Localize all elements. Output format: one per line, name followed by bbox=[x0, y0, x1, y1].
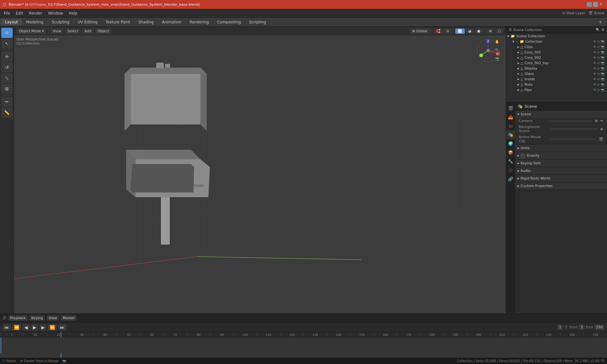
tab-modeling[interactable]: Modeling bbox=[22, 19, 47, 25]
prev-keyframe-button[interactable]: ⏪ bbox=[12, 324, 21, 331]
physics-props-tab[interactable]: 🔗 bbox=[506, 174, 515, 183]
outliner-item-corp002[interactable]: ▸ △ Corp_002 👁⊙📷 bbox=[506, 55, 607, 60]
rigid-body-header[interactable]: ▸ Rigid Body World bbox=[515, 175, 607, 182]
outliner-item-nuts[interactable]: ▸ △ Nuts 👁⊙📷 bbox=[506, 82, 607, 87]
audio-header[interactable]: ▸ Audio bbox=[515, 167, 607, 174]
outliner-item-corp001[interactable]: ▸ △ Corp_001 👁⊙📷 bbox=[506, 50, 607, 55]
timeline-track[interactable]: 1 10 20 30 40 50 60 70 80 90 100 110 120… bbox=[0, 332, 607, 358]
window-controls[interactable]: ─ □ ✕ bbox=[587, 2, 604, 7]
outliner-item-inside[interactable]: ▸ △ Inside 👁⊙📷 bbox=[506, 76, 607, 82]
outliner-item-corp002top[interactable]: ▸ △ Corp_002_top 👁⊙📷 bbox=[506, 60, 607, 66]
viewport-add-menu[interactable]: Add bbox=[82, 28, 94, 34]
viewport-shading-solid[interactable]: ⬜ bbox=[455, 28, 465, 34]
eye-display[interactable]: 👁 bbox=[593, 67, 596, 70]
eye-corp002top[interactable]: 👁 bbox=[593, 61, 596, 65]
render-clips[interactable]: 📷 bbox=[601, 45, 604, 49]
restrict-pipe[interactable]: ⊙ bbox=[597, 88, 600, 92]
cursor-tool-button[interactable]: ✛ bbox=[1, 28, 13, 38]
scale-tool-button[interactable]: ⤡ bbox=[1, 73, 13, 83]
outliner-item-clips[interactable]: ▸ △ Clips 👁⊙📷 bbox=[506, 44, 607, 50]
restrict-nuts[interactable]: ⊙ bbox=[597, 83, 600, 86]
gravity-checkbox[interactable] bbox=[521, 154, 524, 158]
eye-inside[interactable]: 👁 bbox=[593, 77, 596, 81]
keying-sets-header[interactable]: ▸ Keying Sets bbox=[515, 160, 607, 167]
viewport-object-menu[interactable]: Object bbox=[95, 28, 112, 34]
eye-corp001[interactable]: 👁 bbox=[593, 51, 596, 54]
viewport-select-menu[interactable]: Select bbox=[65, 28, 81, 34]
viewport-shading-material[interactable]: ◕ bbox=[466, 28, 474, 34]
restrict-display[interactable]: ⊙ bbox=[597, 67, 600, 70]
play-button[interactable]: ▶ bbox=[31, 324, 38, 331]
particles-props-tab[interactable]: ⬡ bbox=[506, 166, 515, 174]
outliner-search-icon[interactable]: 🔍 bbox=[596, 28, 600, 32]
outliner-item-scene-collection[interactable]: ▾ 📁 Scene Collection bbox=[506, 33, 607, 39]
navigation-gizmo[interactable]: X Y Z bbox=[475, 38, 501, 63]
keyframe-area[interactable] bbox=[0, 337, 607, 353]
render-corp002[interactable]: 📷 bbox=[601, 56, 604, 59]
viewport-overlay-toggle[interactable]: ⊕ bbox=[486, 28, 494, 34]
collection-checkbox[interactable]: ✓ bbox=[516, 39, 518, 44]
restrict-corp002top[interactable]: ⊙ bbox=[597, 61, 600, 65]
keying-menu[interactable]: Keying bbox=[29, 315, 45, 321]
world-props-tab[interactable]: 🌍 bbox=[506, 139, 515, 148]
restrict-icon-collection[interactable]: ⊙ bbox=[597, 40, 600, 43]
tab-uv-editing[interactable]: UV Editing bbox=[74, 19, 101, 25]
tab-animation[interactable]: Animation bbox=[158, 19, 185, 25]
annotate-tool-button[interactable]: ✏ bbox=[1, 97, 13, 107]
measure-tool-button[interactable]: 📏 bbox=[1, 107, 13, 118]
marker-menu[interactable]: Marker bbox=[61, 315, 77, 321]
gravity-section-header[interactable]: ▸ Gravity bbox=[515, 152, 607, 159]
render-corp002top[interactable]: 📷 bbox=[601, 61, 604, 65]
end-frame-input[interactable]: 250 bbox=[594, 325, 604, 330]
background-scene-value[interactable] bbox=[550, 128, 598, 130]
camera-value[interactable] bbox=[548, 120, 592, 122]
maximize-button[interactable]: □ bbox=[593, 2, 598, 7]
render-display[interactable]: 📷 bbox=[601, 67, 604, 70]
rotate-tool-button[interactable]: ↺ bbox=[1, 62, 13, 72]
current-frame-input[interactable]: 1 bbox=[557, 325, 563, 330]
modifier-props-tab[interactable]: 🔧 bbox=[506, 157, 515, 166]
menu-help[interactable]: Help bbox=[66, 10, 80, 16]
background-scene-picker[interactable]: ⊕ bbox=[600, 127, 603, 131]
outliner-item-pipe[interactable]: ▸ △ Pipe 👁⊙📷 bbox=[506, 87, 607, 93]
menu-edit[interactable]: Edit bbox=[13, 10, 26, 16]
active-movie-clip-picker[interactable]: 🎬 bbox=[599, 137, 603, 141]
eye-pipe[interactable]: 👁 bbox=[593, 88, 596, 92]
eye-clips[interactable]: 👁 bbox=[593, 45, 596, 49]
tab-compositing[interactable]: Compositing bbox=[213, 19, 245, 25]
restrict-corp001[interactable]: ⊙ bbox=[597, 51, 600, 54]
restrict-corp002[interactable]: ⊙ bbox=[597, 56, 600, 59]
render-corp001[interactable]: 📷 bbox=[601, 51, 604, 54]
scene-props-tab[interactable]: 🎭 bbox=[506, 130, 515, 139]
output-props-tab[interactable]: 📤 bbox=[506, 112, 515, 121]
xray-toggle[interactable]: ⬡ bbox=[495, 28, 503, 34]
viewport-view-menu[interactable]: View bbox=[50, 28, 64, 34]
view-layer-props-tab[interactable]: 🗂 bbox=[506, 121, 515, 130]
menu-render[interactable]: Render bbox=[26, 10, 45, 16]
render-glass[interactable]: 📷 bbox=[601, 72, 604, 76]
outliner-item-collection[interactable]: ▾ ✓ 📁 Collection 👁 ⊙ 📷 bbox=[506, 39, 607, 44]
object-mode-dropdown[interactable]: Object Mode ▾ bbox=[16, 28, 46, 34]
camera-edit-icon[interactable]: ✏ bbox=[600, 119, 603, 123]
tab-layout[interactable]: Layout bbox=[1, 19, 22, 25]
snap-button[interactable]: 🧲 bbox=[433, 28, 443, 34]
camera-picker-icon[interactable]: ⊕ bbox=[595, 119, 598, 123]
minimize-button[interactable]: ─ bbox=[587, 2, 592, 7]
next-frame-button[interactable]: ▶ bbox=[40, 324, 47, 331]
units-section-header[interactable]: ▸ Units bbox=[515, 144, 607, 152]
render-props-tab[interactable]: 🎬 bbox=[506, 104, 515, 112]
proportional-edit[interactable]: ⊙ bbox=[444, 28, 452, 34]
tab-scripting[interactable]: Scripting bbox=[245, 19, 270, 25]
render-pipe[interactable]: 📷 bbox=[601, 88, 604, 92]
prev-frame-button[interactable]: ◀ bbox=[22, 324, 30, 331]
restrict-clips[interactable]: ⊙ bbox=[597, 45, 600, 49]
eye-corp002[interactable]: 👁 bbox=[593, 56, 596, 59]
select-tool-button[interactable]: ↖ bbox=[1, 39, 13, 49]
outliner-item-display[interactable]: ▸ △ Display 👁⊙📷 bbox=[506, 66, 607, 71]
tab-rendering[interactable]: Rendering bbox=[186, 19, 212, 25]
view-menu[interactable]: View bbox=[47, 315, 59, 321]
start-frame-input[interactable]: 1 bbox=[579, 325, 585, 330]
outliner-item-glass[interactable]: ▸ △ Glass 👁⊙📷 bbox=[506, 71, 607, 76]
eye-icon-collection[interactable]: 👁 bbox=[593, 40, 596, 43]
restrict-glass[interactable]: ⊙ bbox=[597, 72, 600, 76]
